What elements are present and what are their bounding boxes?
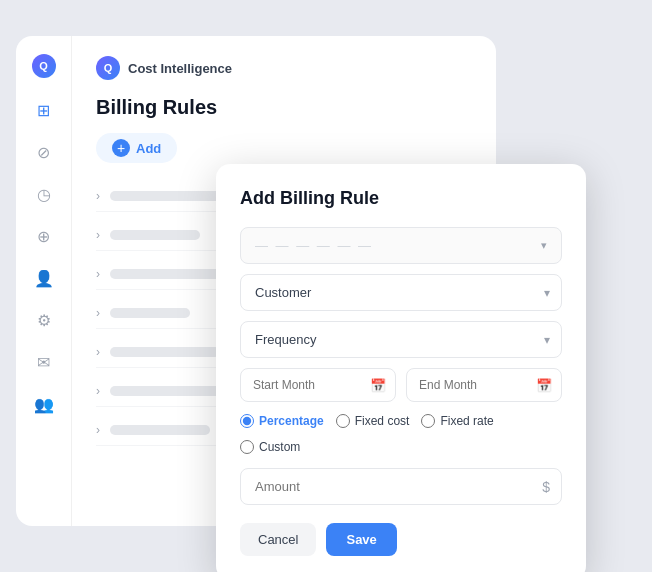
first-select-dropdown[interactable]: — — — — — — ▾ xyxy=(240,227,562,264)
radio-custom-label: Custom xyxy=(259,440,300,454)
rule-bar xyxy=(110,347,220,357)
radio-fixed-cost[interactable]: Fixed cost xyxy=(336,414,410,428)
radio-percentage-label: Percentage xyxy=(259,414,324,428)
save-button[interactable]: Save xyxy=(326,523,396,556)
sidebar-icon-settings[interactable]: ⚙ xyxy=(34,310,54,330)
chevron-icon: › xyxy=(96,189,100,203)
amount-wrapper: $ xyxy=(240,468,562,505)
sidebar: Q ⊞ ⊘ ◷ ⊕ 👤 ⚙ ✉ 👥 xyxy=(16,36,72,526)
start-month-wrapper: 📅 xyxy=(240,368,396,402)
chevron-icon: › xyxy=(96,306,100,320)
frequency-select[interactable]: Frequency xyxy=(240,321,562,358)
modal-title: Add Billing Rule xyxy=(240,188,562,209)
chevron-icon: › xyxy=(96,384,100,398)
sidebar-icon-mail[interactable]: ✉ xyxy=(34,352,54,372)
radio-percentage-input[interactable] xyxy=(240,414,254,428)
sidebar-icon-tag[interactable]: ⊘ xyxy=(34,142,54,162)
add-billing-rule-modal: Add Billing Rule — — — — — — ▾ Customer … xyxy=(216,164,586,572)
radio-fixed-rate-input[interactable] xyxy=(421,414,435,428)
first-select-chevron-icon: ▾ xyxy=(541,239,547,252)
radio-fixed-rate[interactable]: Fixed rate xyxy=(421,414,493,428)
sidebar-icon-users[interactable]: 👤 xyxy=(34,268,54,288)
first-select-placeholder: — — — — — — xyxy=(255,238,373,253)
header-logo: Q xyxy=(96,56,120,80)
modal-actions: Cancel Save xyxy=(240,523,562,556)
rule-bar xyxy=(110,308,190,318)
sidebar-icon-link[interactable]: ⊕ xyxy=(34,226,54,246)
date-row: 📅 📅 xyxy=(240,368,562,402)
chevron-icon: › xyxy=(96,228,100,242)
chevron-icon: › xyxy=(96,423,100,437)
customer-select[interactable]: Customer xyxy=(240,274,562,311)
add-button[interactable]: + Add xyxy=(96,133,177,163)
radio-fixed-rate-label: Fixed rate xyxy=(440,414,493,428)
app-logo: Q xyxy=(32,54,56,78)
sidebar-icon-grid[interactable]: ⊞ xyxy=(34,100,54,120)
sidebar-icon-clock[interactable]: ◷ xyxy=(34,184,54,204)
end-month-wrapper: 📅 xyxy=(406,368,562,402)
radio-custom[interactable]: Custom xyxy=(240,440,300,454)
page-title: Billing Rules xyxy=(96,96,472,119)
customer-select-wrapper: Customer ▾ xyxy=(240,274,562,311)
billing-type-radio-group: Percentage Fixed cost Fixed rate Custom xyxy=(240,414,562,454)
radio-custom-input[interactable] xyxy=(240,440,254,454)
add-button-label: Add xyxy=(136,141,161,156)
sidebar-icon-user-group[interactable]: 👥 xyxy=(34,394,54,414)
start-month-input[interactable] xyxy=(240,368,396,402)
app-name: Cost Intelligence xyxy=(128,61,232,76)
radio-percentage[interactable]: Percentage xyxy=(240,414,324,428)
end-month-input[interactable] xyxy=(406,368,562,402)
app-header: Q Cost Intelligence xyxy=(96,56,472,80)
rule-bar xyxy=(110,425,210,435)
frequency-select-wrapper: Frequency ▾ xyxy=(240,321,562,358)
radio-fixed-cost-input[interactable] xyxy=(336,414,350,428)
amount-input[interactable] xyxy=(240,468,562,505)
chevron-icon: › xyxy=(96,267,100,281)
plus-icon: + xyxy=(112,139,130,157)
cancel-button[interactable]: Cancel xyxy=(240,523,316,556)
rule-bar xyxy=(110,191,230,201)
rule-bar xyxy=(110,230,200,240)
chevron-icon: › xyxy=(96,345,100,359)
scene: Q ⊞ ⊘ ◷ ⊕ 👤 ⚙ ✉ 👥 Q Cost Intelligence Bi… xyxy=(16,16,636,556)
radio-fixed-cost-label: Fixed cost xyxy=(355,414,410,428)
